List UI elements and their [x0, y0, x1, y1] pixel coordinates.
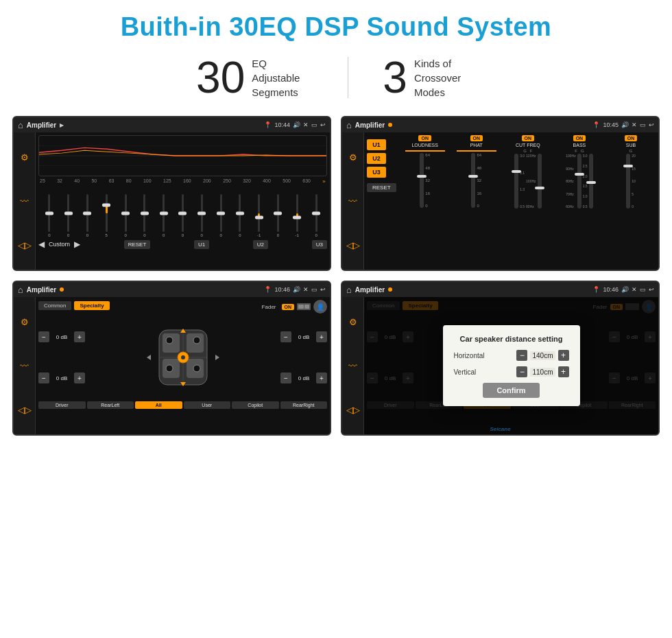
loudness-slider-v[interactable]	[420, 153, 424, 208]
screen3-back-icon[interactable]: ↩	[320, 286, 326, 293]
confirm-button[interactable]: Confirm	[483, 383, 539, 398]
eq-slider-12[interactable]: -1	[254, 194, 265, 237]
cross-reset-btn[interactable]: RESET	[367, 183, 396, 192]
bass-on-btn[interactable]: ON	[573, 135, 586, 141]
dialog-vertical-row: Vertical − 110cm +	[454, 366, 569, 377]
bass-slider2[interactable]	[589, 154, 593, 209]
eq-u1-btn[interactable]: U1	[194, 240, 209, 249]
home-icon-2[interactable]: ⌂	[346, 120, 352, 130]
screen4-back-icon[interactable]: ↩	[649, 286, 654, 293]
profile-icon-3[interactable]: 👤	[313, 300, 327, 314]
home-icon-4[interactable]: ⌂	[346, 285, 352, 295]
spec4-sidebar-icon2[interactable]: 〰	[348, 361, 357, 371]
sub-on-btn[interactable]: ON	[625, 135, 638, 141]
dialog-horizontal-minus[interactable]: −	[516, 350, 527, 361]
dialog-horizontal-plus[interactable]: +	[558, 350, 569, 361]
screen2-x-icon[interactable]: ✕	[632, 121, 637, 128]
spec3-sidebar-icon2[interactable]: 〰	[20, 361, 29, 371]
eq-slider-15[interactable]: 0	[311, 194, 322, 237]
eq-sidebar-icon3[interactable]: ◁▷	[18, 240, 32, 250]
cross-u3-btn[interactable]: U3	[367, 167, 386, 178]
screen3-x-icon[interactable]: ✕	[303, 286, 309, 293]
phat-on-btn[interactable]: ON	[470, 135, 483, 141]
loudness-slider[interactable]	[405, 150, 445, 152]
screen1-header: ⌂ Amplifier ▶ 📍 10:44 🔊 ✕ ▭ ↩	[14, 117, 330, 132]
cross-sidebar-icon3[interactable]: ◁▷	[346, 240, 360, 250]
spec3-plus-2[interactable]: +	[74, 373, 85, 383]
eq-slider-7[interactable]: 0	[158, 194, 169, 237]
screen1-x-icon[interactable]: ✕	[303, 121, 309, 128]
phat-slider[interactable]	[457, 150, 496, 152]
home-icon-1[interactable]: ⌂	[18, 120, 23, 130]
screen3-window-icon[interactable]: ▭	[311, 286, 317, 293]
eq-slider-10[interactable]: 0	[215, 194, 226, 237]
spec3-user-btn[interactable]: User	[184, 401, 231, 409]
phat-slider-v[interactable]	[471, 153, 475, 208]
spec3-main: Common Specialty Fader ON 👤	[36, 297, 330, 434]
eq-u3-btn[interactable]: U3	[312, 240, 327, 249]
cross-u2-btn[interactable]: U2	[367, 153, 386, 164]
screen2-back-icon[interactable]: ↩	[649, 121, 654, 128]
spec3-rearleft-btn[interactable]: RearLeft	[87, 401, 134, 409]
screen2-title: Amplifier	[355, 121, 385, 129]
spec3-all-btn[interactable]: All	[135, 401, 182, 409]
spec3-plus-3[interactable]: +	[316, 331, 327, 342]
sub-slider[interactable]	[626, 154, 630, 209]
eq-slider-1[interactable]: 0	[44, 194, 55, 237]
screen1-window-icon[interactable]: ▭	[311, 121, 317, 128]
spec3-tab-specialty[interactable]: Specialty	[74, 301, 109, 310]
spec3-plus-4[interactable]: +	[316, 373, 327, 383]
cross-inner: U1 U2 U3 RESET ON LOUDNESS	[367, 135, 656, 267]
cutfreq-slider1[interactable]	[514, 154, 518, 209]
spec3-minus-3[interactable]: −	[280, 331, 291, 342]
eq-slider-5[interactable]: 0	[120, 194, 131, 237]
spec3-val-2: 0 dB	[52, 375, 71, 381]
spec3-rearright-btn[interactable]: RearRight	[280, 401, 328, 409]
screen2-window-icon[interactable]: ▭	[640, 121, 646, 128]
dialog-vertical-minus[interactable]: −	[516, 366, 527, 377]
eq-prev-btn[interactable]: ◀	[38, 239, 45, 249]
spec3-minus-2[interactable]: −	[38, 373, 49, 383]
eq-sidebar-icon1[interactable]: ⚙	[21, 152, 29, 163]
eq-reset-btn[interactable]: RESET	[124, 240, 151, 249]
screen4-x-icon[interactable]: ✕	[632, 286, 637, 293]
spec3-copilot-btn[interactable]: Copilot	[232, 401, 279, 409]
eq-slider-2[interactable]: 0	[63, 194, 74, 237]
eq-slider-13[interactable]: 0	[272, 194, 283, 237]
spec4-sidebar-icon3[interactable]: ◁▷	[346, 405, 360, 415]
spec3-tab-common[interactable]: Common	[38, 301, 71, 310]
spec3-minus-4[interactable]: −	[280, 373, 291, 383]
screen4-window-icon[interactable]: ▭	[640, 286, 646, 293]
dialog-vertical-plus[interactable]: +	[558, 366, 569, 377]
cutfreq-slider2[interactable]	[538, 154, 542, 209]
spec3-driver-btn[interactable]: Driver	[38, 401, 86, 409]
fader-on-btn[interactable]: ON	[282, 304, 295, 310]
spec4-sidebar-icon1[interactable]: ⚙	[349, 317, 357, 327]
spec3-sidebar-icon1[interactable]: ⚙	[21, 317, 29, 327]
eq-slider-8[interactable]: 0	[177, 194, 188, 237]
eq-u2-btn[interactable]: U2	[253, 240, 268, 249]
eq-slider-9[interactable]: 0	[196, 194, 207, 237]
eq-next-btn[interactable]: ▶	[74, 239, 80, 249]
loudness-on-btn[interactable]: ON	[418, 135, 431, 141]
eq-sidebar-icon2[interactable]: 〰	[20, 196, 29, 206]
spec3-sidebar-icon3[interactable]: ◁▷	[18, 405, 32, 415]
cutfreq-on-btn[interactable]: ON	[522, 135, 535, 141]
bass-slider1[interactable]	[577, 154, 581, 209]
eq-slider-6[interactable]: 0	[139, 194, 150, 237]
spec3-plus-1[interactable]: +	[74, 331, 85, 342]
eq-slider-4[interactable]: 5	[101, 194, 112, 237]
eq-slider-3[interactable]: 0	[82, 194, 93, 237]
eq-slider-11[interactable]: 0	[235, 194, 245, 237]
spec3-tabrow: Common Specialty Fader ON 👤	[38, 300, 327, 314]
cross-u1-btn[interactable]: U1	[367, 139, 386, 150]
cross-sidebar-icon2[interactable]: 〰	[348, 196, 357, 206]
screen1-back-icon[interactable]: ↩	[320, 121, 326, 128]
eq-slider-14[interactable]: -1	[291, 194, 302, 237]
spec3-right-ctrls: − 0 dB + − 0 dB +	[280, 316, 327, 399]
spec3-minus-1[interactable]: −	[38, 331, 49, 342]
cross-sidebar-icon1[interactable]: ⚙	[349, 152, 357, 163]
fader-label: Fader	[262, 304, 276, 310]
svg-point-12	[166, 365, 173, 372]
home-icon-3[interactable]: ⌂	[18, 285, 23, 295]
